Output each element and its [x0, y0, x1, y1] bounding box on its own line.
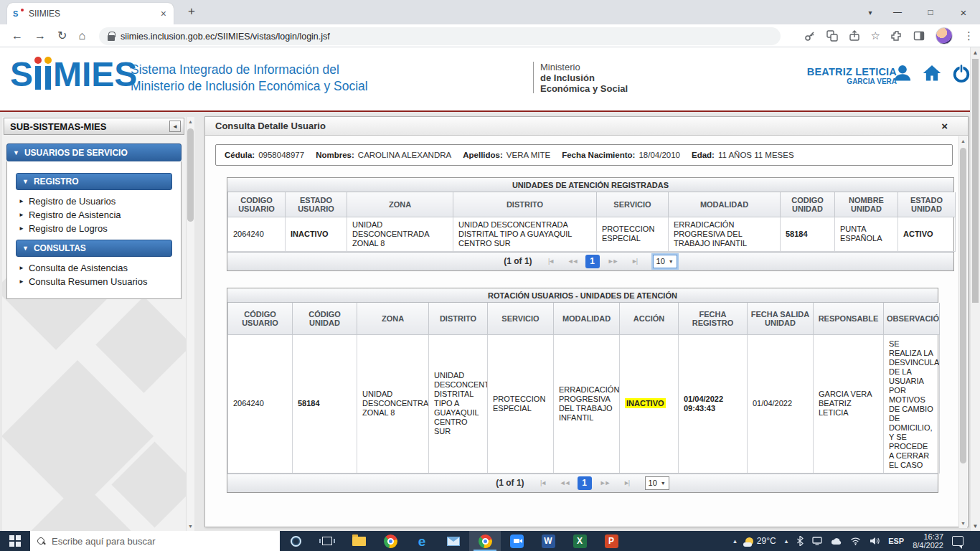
paginator-next-icon[interactable]: ►► [596, 479, 613, 486]
cell-servicio: PROTECCION ESPECIAL [597, 217, 669, 251]
sidebar-header: SUB-SISTEMAS-MIES ◄ [4, 118, 184, 135]
app-icon-word[interactable]: W [532, 531, 564, 551]
app-icon-mail[interactable] [438, 531, 469, 551]
start-button[interactable] [0, 531, 30, 551]
sidebar-item-registro-logros[interactable]: ► Registro de Logros [14, 222, 174, 235]
taskbar-search[interactable] [30, 531, 280, 551]
scroll-down-icon[interactable]: ▼ [187, 522, 194, 531]
logo-text-s: S [10, 57, 33, 92]
scrollbar-thumb[interactable] [972, 59, 979, 303]
window-close-button[interactable]: × [947, 6, 980, 19]
field-label: Nombres: [316, 151, 354, 159]
app-icon-excel[interactable]: X [564, 531, 595, 551]
language-indicator[interactable]: ESP [888, 537, 904, 545]
sidebar-item-registro-asistencia[interactable]: ► Registro de Asistencia [14, 208, 174, 222]
scroll-up-icon[interactable]: ▲ [959, 136, 967, 146]
cell-zona: UNIDAD DESCONCENTRADA ZONAL 8 [347, 217, 453, 251]
paginator-first-icon[interactable]: |◄ [534, 479, 552, 486]
sidebar-scrollbar[interactable]: ▲ ▼ [186, 117, 194, 531]
column-header: CODIGO USUARIO [228, 192, 286, 217]
user-profile-icon[interactable] [892, 63, 913, 86]
scroll-up-icon[interactable]: ▲ [971, 47, 980, 57]
bullet-icon: ► [19, 225, 24, 232]
scroll-up-icon[interactable]: ▲ [187, 117, 194, 126]
panel-scrollbar[interactable]: ▲ ▼ [958, 136, 967, 528]
onedrive-cloud-icon[interactable] [831, 537, 842, 545]
address-bar[interactable]: siimies.inclusion.gob.ec/SIIMIES/vistas/… [99, 27, 781, 45]
rows-per-page-select[interactable]: 10 ▼ [653, 255, 677, 268]
reload-button[interactable]: ↻ [57, 29, 67, 42]
task-view-icon [322, 537, 332, 545]
sidebar: SUB-SISTEMAS-MIES ◄ ▼ USUARIOS DE SERVIC… [2, 117, 186, 531]
app-icon-video[interactable] [501, 531, 532, 551]
sidebar-collapse-button[interactable]: ◄ [169, 121, 181, 132]
bluetooth-icon[interactable] [796, 536, 804, 546]
scrollbar-thumb[interactable] [960, 148, 966, 463]
paginator-prev-icon[interactable]: ◄◄ [564, 258, 581, 265]
window-maximize-button[interactable]: □ [914, 7, 947, 17]
home-app-icon[interactable] [921, 63, 943, 86]
user-name: BEATRIZ LETICIA [807, 66, 897, 77]
chevron-down-icon: ▼ [22, 178, 29, 185]
sidebar-item-consulta-resumen[interactable]: ► Consulta Resumen Usuarios [14, 275, 174, 288]
task-view-button[interactable] [311, 531, 343, 551]
paginator-page-button[interactable]: 1 [578, 476, 592, 490]
sidebar-section-consultas[interactable]: ▼ CONSULTAS [16, 240, 172, 257]
app-icon-powerpoint[interactable]: P [595, 531, 627, 551]
weather-widget[interactable]: 29°C [745, 536, 776, 546]
extensions-icon[interactable] [891, 30, 903, 42]
cell-estado-unidad: ACTIVO [898, 217, 956, 251]
browser-tab[interactable]: S SIIMIES × [7, 3, 174, 24]
paginator-last-icon[interactable]: ►| [626, 258, 643, 265]
tray-caret-icon[interactable]: ▴ [785, 537, 788, 545]
paginator-first-icon[interactable]: |◄ [542, 258, 560, 265]
search-input[interactable] [52, 536, 273, 547]
scrollbar-thumb[interactable] [187, 128, 194, 222]
wifi-icon[interactable] [850, 537, 861, 545]
paginator-page-button[interactable]: 1 [585, 255, 600, 268]
clock[interactable]: 16:37 8/4/2022 [913, 532, 943, 550]
paginator-last-icon[interactable]: ►| [618, 479, 635, 486]
tab-close-icon[interactable]: × [159, 8, 168, 19]
cortana-button[interactable] [280, 531, 311, 551]
sidebar-item-usuarios-de-servicio[interactable]: ▼ USUARIOS DE SERVICIO [6, 143, 182, 161]
key-icon[interactable] [804, 30, 816, 42]
notification-center-icon[interactable] [952, 536, 963, 546]
app-header: S MIES Sistema Integrado de Información … [0, 47, 980, 110]
back-button[interactable]: ← [11, 29, 23, 42]
paginator-prev-icon[interactable]: ◄◄ [556, 479, 573, 486]
scroll-down-icon[interactable]: ▼ [971, 521, 980, 531]
bookmark-star-icon[interactable]: ☆ [871, 29, 880, 42]
time: 16:37 [913, 532, 943, 542]
forward-button[interactable]: → [34, 29, 46, 42]
new-tab-button[interactable]: + [182, 4, 201, 19]
sidebar-item-registro-usuarios[interactable]: ► Registro de Usuarios [14, 194, 174, 208]
panel-close-icon[interactable]: × [941, 120, 948, 132]
page-scrollbar[interactable]: ▲ ▼ [970, 47, 980, 531]
scroll-down-icon[interactable]: ▼ [959, 519, 967, 528]
sidebar-item-consulta-asistencias[interactable]: ► Consulta de Asistencias [14, 261, 174, 275]
logout-power-icon[interactable] [951, 63, 971, 86]
app-icon-chrome[interactable] [374, 531, 406, 551]
tray-expand-icon[interactable]: ▴ [733, 537, 737, 545]
display-icon[interactable] [812, 537, 822, 545]
sidebar-section-registro[interactable]: ▼ REGISTRO [16, 173, 172, 190]
browser-menu-kebab-icon[interactable]: ⋮ [963, 29, 974, 42]
tab-search-caret-icon[interactable]: ▾ [859, 9, 881, 17]
column-header: SERVICIO [597, 192, 669, 217]
app-icon-edge[interactable]: e [406, 531, 438, 551]
share-icon[interactable] [849, 30, 860, 42]
paginator-next-icon[interactable]: ►► [604, 258, 621, 265]
app-icon-explorer[interactable] [343, 531, 374, 551]
translate-icon[interactable] [826, 30, 838, 42]
home-button[interactable]: ⌂ [78, 29, 85, 42]
volume-icon[interactable] [870, 537, 880, 545]
field-label: Edad: [692, 151, 715, 159]
app-icon-chrome-active[interactable] [469, 531, 501, 551]
side-panel-icon[interactable] [913, 30, 925, 42]
rows-per-page-select[interactable]: 10 ▼ [645, 476, 669, 490]
column-header: FECHA REGISTRO [679, 303, 748, 334]
profile-avatar[interactable] [936, 27, 953, 44]
url-text[interactable]: siimies.inclusion.gob.ec/SIIMIES/vistas/… [121, 32, 330, 42]
window-minimize-button[interactable]: — [881, 7, 914, 17]
